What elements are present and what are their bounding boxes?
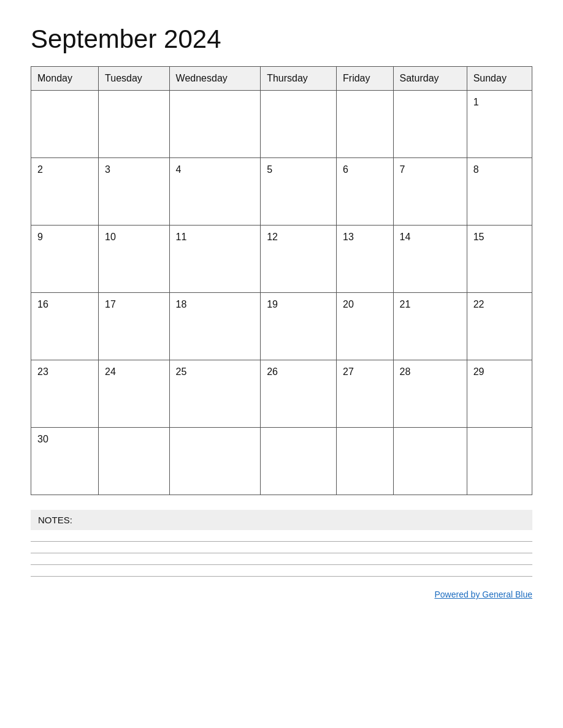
calendar-week-1: 1 [31, 91, 532, 158]
calendar-cell [337, 428, 393, 495]
day-number: 21 [400, 299, 411, 309]
day-number: 28 [400, 366, 411, 377]
calendar-week-3: 9101112131415 [31, 226, 532, 293]
calendar-header-row: MondayTuesdayWednesdayThursdayFridaySatu… [31, 67, 532, 91]
calendar-header-friday: Friday [337, 67, 393, 91]
page-title: September 2024 [31, 25, 532, 54]
notes-section: NOTES: [31, 510, 532, 577]
calendar-cell: 10 [99, 226, 170, 293]
calendar-cell: 16 [31, 293, 99, 360]
day-number: 11 [176, 232, 187, 242]
day-number: 8 [473, 164, 479, 175]
calendar-cell: 9 [31, 226, 99, 293]
notes-line-4 [31, 576, 532, 577]
calendar-header-sunday: Sunday [467, 67, 532, 91]
calendar-cell: 19 [261, 293, 337, 360]
calendar-week-6: 30 [31, 428, 532, 495]
calendar-cell: 21 [393, 293, 467, 360]
calendar-header-wednesday: Wednesday [169, 67, 261, 91]
calendar-cell: 28 [393, 360, 467, 428]
calendar-cell: 13 [337, 226, 393, 293]
calendar-cell [99, 91, 170, 158]
day-number: 27 [343, 366, 354, 377]
day-number: 19 [267, 299, 278, 309]
calendar-cell: 11 [169, 226, 261, 293]
calendar-week-4: 16171819202122 [31, 293, 532, 360]
day-number: 14 [400, 232, 411, 242]
day-number: 30 [37, 434, 48, 444]
calendar-cell: 27 [337, 360, 393, 428]
calendar-cell: 29 [467, 360, 532, 428]
calendar-cell: 25 [169, 360, 261, 428]
calendar-cell: 5 [261, 158, 337, 226]
calendar-body: 1234567891011121314151617181920212223242… [31, 91, 532, 495]
calendar-cell [169, 91, 261, 158]
calendar-table: MondayTuesdayWednesdayThursdayFridaySatu… [31, 66, 532, 495]
calendar-week-5: 23242526272829 [31, 360, 532, 428]
calendar-cell [261, 91, 337, 158]
day-number: 6 [343, 164, 348, 175]
day-number: 16 [37, 299, 48, 309]
calendar-cell [31, 91, 99, 158]
calendar-cell: 30 [31, 428, 99, 495]
calendar-cell [169, 428, 261, 495]
day-number: 3 [105, 164, 110, 175]
calendar-cell: 24 [99, 360, 170, 428]
calendar-cell: 26 [261, 360, 337, 428]
day-number: 26 [267, 366, 278, 377]
calendar-cell [393, 91, 467, 158]
calendar-cell: 17 [99, 293, 170, 360]
notes-line-1 [31, 541, 532, 542]
calendar-cell: 23 [31, 360, 99, 428]
day-number: 18 [176, 299, 187, 309]
calendar-cell: 15 [467, 226, 532, 293]
calendar-header-monday: Monday [31, 67, 99, 91]
calendar-cell: 3 [99, 158, 170, 226]
footer: Powered by General Blue [31, 589, 532, 600]
day-number: 10 [105, 232, 116, 242]
day-number: 12 [267, 232, 278, 242]
day-number: 15 [473, 232, 484, 242]
day-number: 23 [37, 366, 48, 377]
day-number: 20 [343, 299, 354, 309]
day-number: 7 [400, 164, 405, 175]
day-number: 24 [105, 366, 116, 377]
notes-line-3 [31, 564, 532, 565]
day-number: 5 [267, 164, 272, 175]
calendar-week-2: 2345678 [31, 158, 532, 226]
calendar-cell: 8 [467, 158, 532, 226]
calendar-cell [261, 428, 337, 495]
day-number: 22 [473, 299, 484, 309]
day-number: 17 [105, 299, 116, 309]
day-number: 4 [176, 164, 182, 175]
calendar-cell [467, 428, 532, 495]
calendar-cell: 20 [337, 293, 393, 360]
calendar-cell: 4 [169, 158, 261, 226]
calendar-cell: 7 [393, 158, 467, 226]
notes-header: NOTES: [31, 510, 532, 530]
calendar-cell: 12 [261, 226, 337, 293]
calendar-header-thursday: Thursday [261, 67, 337, 91]
calendar-cell: 6 [337, 158, 393, 226]
notes-line-2 [31, 553, 532, 553]
calendar-cell: 1 [467, 91, 532, 158]
calendar-cell [99, 428, 170, 495]
calendar-cell [337, 91, 393, 158]
day-number: 29 [473, 366, 484, 377]
calendar-cell: 2 [31, 158, 99, 226]
day-number: 9 [37, 232, 43, 242]
calendar-cell: 14 [393, 226, 467, 293]
calendar-cell: 22 [467, 293, 532, 360]
powered-by-link[interactable]: Powered by General Blue [434, 590, 532, 599]
day-number: 13 [343, 232, 354, 242]
calendar-cell: 18 [169, 293, 261, 360]
calendar-header-tuesday: Tuesday [99, 67, 170, 91]
day-number: 1 [473, 97, 479, 107]
day-number: 2 [37, 164, 43, 175]
calendar-header-saturday: Saturday [393, 67, 467, 91]
day-number: 25 [176, 366, 187, 377]
calendar-cell [393, 428, 467, 495]
